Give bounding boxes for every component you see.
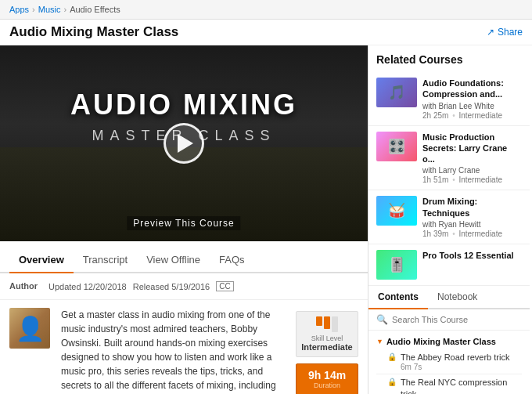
related-course-1[interactable]: 🎵 Audio Foundations: Compression and... … xyxy=(368,72,530,126)
updated-date: Updated 12/20/2018 xyxy=(49,282,127,291)
related-course-4[interactable]: 🎚️ Pro Tools 12 Essential xyxy=(368,244,530,286)
course-meta-1: 2h 25m • Intermediate xyxy=(422,111,522,120)
course-thumb-4: 🎚️ xyxy=(376,250,417,280)
course-thumb-icon-1: 🎵 xyxy=(388,84,405,101)
video-player[interactable]: AUDIO MIXING MASTER CLASS Preview This C… xyxy=(0,45,368,241)
lesson-item-1[interactable]: 🔒 The Abbey Road reverb trick 6m 7s xyxy=(376,349,522,374)
arrow-down-icon: ▼ xyxy=(376,338,383,345)
course-thumb-1: 🎵 xyxy=(376,78,417,107)
avatar-icon: 👤 xyxy=(16,315,45,342)
tree-section-title: ▼ Audio Mixing Master Class xyxy=(376,337,522,346)
related-course-3[interactable]: 🥁 Drum Mixing: Techniques with Ryan Hewi… xyxy=(368,190,530,244)
course-tree: ▼ Audio Mixing Master Class 🔒 The Abbey … xyxy=(368,331,530,394)
description-para1: Get a master class in audio mixing from … xyxy=(61,308,285,394)
play-button[interactable] xyxy=(164,123,204,164)
duration-value: 9h 14m xyxy=(308,369,346,381)
page-title-row: Audio Mixing Master Class ↗ Share xyxy=(0,20,532,45)
avatar: 👤 xyxy=(9,308,50,349)
duration-label: Duration xyxy=(314,381,340,389)
breadcrumb-current: Audio Effects xyxy=(70,5,120,14)
course-name-3: Drum Mixing: Techniques xyxy=(422,196,522,219)
skill-value: Intermediate xyxy=(301,342,352,352)
skill-bar-2 xyxy=(324,316,330,329)
course-thumb-2: 🎛️ xyxy=(376,132,417,161)
right-sidebar: Related Courses 🎵 Audio Foundations: Com… xyxy=(368,45,530,394)
course-info-3: Drum Mixing: Techniques with Ryan Hewitt… xyxy=(422,196,522,238)
breadcrumb-music[interactable]: Music xyxy=(38,5,61,14)
course-thumb-3: 🥁 xyxy=(376,196,417,226)
skill-bars xyxy=(316,316,338,332)
updated-info: Updated 12/20/2018 Released 5/19/2016 CC xyxy=(49,281,234,291)
breadcrumb-apps[interactable]: Apps xyxy=(9,5,29,14)
tab-transcript[interactable]: Transcript xyxy=(74,248,137,273)
duration-stat: 9h 14m Duration xyxy=(296,363,358,394)
course-meta-3: 1h 39m • Intermediate xyxy=(422,230,522,238)
course-thumb-icon-3: 🥁 xyxy=(388,202,405,219)
content-area: 👤 Get a master class in audio mixing fro… xyxy=(0,300,368,394)
lock-icon-2: 🔒 xyxy=(387,378,397,386)
tab-faqs[interactable]: FAQs xyxy=(210,248,254,273)
content-tabs: Overview Transcript View Offline FAQs xyxy=(0,248,368,273)
preview-label: Preview This Course xyxy=(127,216,240,230)
breadcrumb: Apps › Music › Audio Effects xyxy=(0,0,532,20)
lesson-text-2: The Real NYC compression trick 8m 52s xyxy=(401,377,522,394)
search-input[interactable] xyxy=(392,315,522,324)
skill-label: Skill Level xyxy=(311,334,343,342)
cc-badge: CC xyxy=(216,281,233,291)
course-name-1: Audio Foundations: Compression and... xyxy=(422,78,522,100)
skill-bar-1 xyxy=(316,316,322,326)
course-author-3: with Ryan Hewitt xyxy=(422,220,522,229)
course-author-1: with Brian Lee White xyxy=(422,102,522,110)
sidebar-tab-notebook[interactable]: Notebook xyxy=(428,286,487,309)
author-label: Author xyxy=(9,281,41,291)
video-title-line1: AUDIO MIXING xyxy=(70,89,297,121)
course-name-2: Music Production Secrets: Larry Crane o.… xyxy=(422,132,522,165)
lock-icon-1: 🔒 xyxy=(387,352,397,361)
tree-section: ▼ Audio Mixing Master Class 🔒 The Abbey … xyxy=(368,334,530,394)
tab-view-offline[interactable]: View Offline xyxy=(137,248,210,273)
share-icon: ↗ xyxy=(487,27,494,38)
stats-column: Skill Level Intermediate 9h 14m Duration… xyxy=(296,311,358,390)
course-author-2: with Larry Crane xyxy=(422,166,522,175)
course-meta-2: 1h 51m • Intermediate xyxy=(422,175,522,184)
course-thumb-icon-4: 🎚️ xyxy=(388,256,405,273)
skill-bar-3 xyxy=(332,316,338,332)
play-triangle-icon xyxy=(178,134,193,153)
sidebar-tabs: Contents Notebook xyxy=(368,286,530,309)
related-course-2[interactable]: 🎛️ Music Production Secrets: Larry Crane… xyxy=(368,126,530,191)
sidebar-tab-contents[interactable]: Contents xyxy=(368,286,428,309)
related-title: Related Courses xyxy=(376,53,522,66)
description: Get a master class in audio mixing from … xyxy=(61,308,285,390)
share-button[interactable]: ↗ Share xyxy=(487,27,523,38)
course-info-1: Audio Foundations: Compression and... wi… xyxy=(422,78,522,120)
search-icon: 🔍 xyxy=(376,314,388,325)
course-thumb-icon-2: 🎛️ xyxy=(388,138,405,155)
page-title: Audio Mixing Master Class xyxy=(9,24,178,40)
course-info-4: Pro Tools 12 Essential xyxy=(422,250,522,280)
tab-overview[interactable]: Overview xyxy=(9,248,74,273)
lesson-item-2[interactable]: 🔒 The Real NYC compression trick 8m 52s xyxy=(376,374,522,394)
left-content: AUDIO MIXING MASTER CLASS Preview This C… xyxy=(0,45,368,394)
lesson-text-1: The Abbey Road reverb trick 6m 7s xyxy=(401,352,522,371)
course-info-2: Music Production Secrets: Larry Crane o.… xyxy=(422,132,522,185)
skill-stat: Skill Level Intermediate xyxy=(296,311,358,357)
author-section: Author Updated 12/20/2018 Released 5/19/… xyxy=(0,273,368,300)
released-date: Released 5/19/2016 xyxy=(133,282,210,291)
sidebar-related: Related Courses xyxy=(368,45,530,72)
course-name-4: Pro Tools 12 Essential xyxy=(422,250,522,261)
main-layout: AUDIO MIXING MASTER CLASS Preview This C… xyxy=(0,45,532,394)
search-area: 🔍 xyxy=(368,309,530,331)
